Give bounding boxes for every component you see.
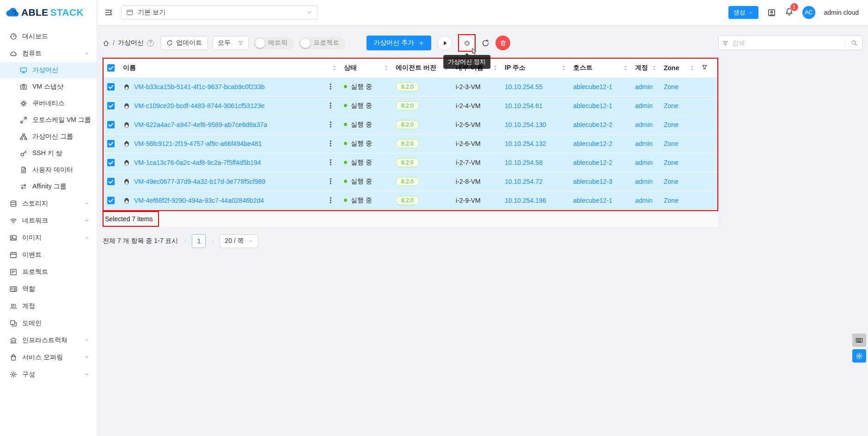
sort-icon[interactable] [562,65,566,71]
ip-address-link[interactable]: 10.10.254.61 [505,102,543,109]
brand-logo[interactable]: ABLESTACK [0,0,97,25]
add-vm-button[interactable]: 가상머신 추가 [367,36,431,50]
ip-address-link[interactable]: 10.10.254.196 [505,197,546,204]
column-header[interactable]: 호스트 [569,59,631,77]
column-header[interactable]: Zone [660,59,698,77]
row-checkbox[interactable] [107,83,115,91]
sidebar-item-compute[interactable]: 컴퓨트 [0,45,97,62]
table-row[interactable]: VM-1ca13c76-0a2c-4af8-9c2a-7f5ff4d5b194⋮… [104,153,717,172]
host-link[interactable]: ablecube12-2 [573,121,612,128]
zone-link[interactable]: Zone [664,159,679,166]
account-link[interactable]: admin [635,159,653,166]
create-button[interactable]: 생성 [728,6,758,19]
column-filter-button[interactable] [698,59,717,77]
zone-link[interactable]: Zone [664,121,679,128]
ip-address-link[interactable]: 10.10.254.132 [505,140,546,147]
sidebar-item-user-data[interactable]: 사용자 데이터 [0,162,97,178]
row-actions-menu[interactable]: ⋮ [324,158,336,167]
breadcrumb-section[interactable]: 가상머신 [118,39,144,47]
row-checkbox[interactable] [107,102,115,109]
zone-link[interactable]: Zone [664,140,679,147]
column-header[interactable]: 계정 [631,59,660,77]
prev-page-button[interactable] [182,238,188,244]
row-checkbox[interactable] [107,121,115,128]
row-actions-menu[interactable]: ⋮ [324,120,336,129]
sort-icon[interactable] [623,65,628,71]
sidebar-item-affinity-group[interactable]: Affinity 그룹 [0,178,97,195]
start-vm-button[interactable] [437,36,452,50]
sidebar-item-image[interactable]: 이미지 [0,229,97,246]
host-link[interactable]: ablecube12-3 [573,178,612,185]
sort-icon[interactable] [493,65,497,71]
zone-link[interactable]: Zone [664,197,679,204]
sidebar-item-network[interactable]: 네트워크 [0,212,97,229]
sidebar-item-vm[interactable]: 가상머신 [0,62,97,79]
host-link[interactable]: ablecube12-1 [573,83,612,91]
zone-link[interactable]: Zone [664,102,679,109]
delete-vm-button[interactable] [495,36,510,50]
table-row[interactable]: VM-56fc9121-2f19-4757-af9c-a66f494be481⋮… [104,134,717,153]
account-link[interactable]: admin [635,102,653,109]
sidebar-item-kubernetes[interactable]: 쿠버네티스 [0,95,97,112]
vm-name-link[interactable]: VM-622a4ac7-a947-4ef6-9589-ab7ce6d8a37a [134,121,267,128]
sort-icon[interactable] [332,65,336,71]
project-switch[interactable] [300,38,310,48]
sidebar-item-domain[interactable]: 도메인 [0,315,97,332]
row-checkbox[interactable] [107,159,115,166]
zone-link[interactable]: Zone [664,178,679,185]
avatar[interactable]: AC [802,6,815,19]
search-filter-icon[interactable] [719,40,732,46]
row-checkbox[interactable] [107,140,115,147]
sidebar-item-ssh-keypair[interactable]: SSH 키 쌍 [0,145,97,162]
row-checkbox[interactable] [107,197,115,204]
sidebar-item-storage[interactable]: 스토리지 [0,195,97,212]
sidebar-item-event[interactable]: 이벤트 [0,246,97,263]
host-link[interactable]: ablecube12-1 [573,197,612,204]
vm-name-link[interactable]: VM-56fc9121-2f19-4757-af9c-a66f494be481 [134,140,262,147]
sidebar-item-vm-group[interactable]: 가상머신 그룹 [0,128,97,145]
sidebar-item-config[interactable]: 구성 [0,366,97,383]
row-actions-menu[interactable]: ⋮ [324,177,336,186]
table-row[interactable]: VM-c109ce20-bcdf-4483-8744-3061cf53123e⋮… [104,96,717,115]
column-header[interactable]: IP 주소 [501,59,569,77]
metric-toggle[interactable]: 메트릭 [253,37,294,49]
reboot-vm-button[interactable] [482,39,489,47]
sort-icon[interactable] [690,65,694,71]
sidebar-item-project[interactable]: 프로젝트 [0,263,97,280]
help-icon[interactable]: ? [147,40,154,47]
ip-address-link[interactable]: 10.10.254.72 [505,178,543,185]
column-header[interactable]: 상태 [340,59,392,77]
page-size-select[interactable]: 20 / 쪽 [220,234,258,248]
row-checkbox[interactable] [107,178,115,185]
search-icon[interactable] [845,36,862,50]
row-actions-menu[interactable]: ⋮ [324,101,336,110]
search-input[interactable] [732,39,845,47]
filter-select[interactable]: 모두 [213,36,249,50]
sidebar-item-autoscale-vm-group[interactable]: 오토스케일 VM 그룹 [0,112,97,128]
ip-address-link[interactable]: 10.10.254.55 [505,83,543,91]
vm-name-link[interactable]: VM-4ef68f2f-9290-494a-93c7-44a02846b2d4 [134,197,264,204]
select-all-checkbox[interactable] [107,64,115,72]
home-icon[interactable] [103,40,110,47]
ip-address-link[interactable]: 10.10.254.58 [505,159,543,166]
vm-name-link[interactable]: VM-1ca13c76-0a2c-4af8-9c2a-7f5ff4d5b194 [134,159,261,166]
row-actions-menu[interactable]: ⋮ [324,139,336,148]
next-page-button[interactable] [210,238,215,244]
user-profile-icon[interactable] [767,8,776,17]
keyboard-shortcuts-button[interactable] [852,333,866,347]
zone-link[interactable]: Zone [664,83,679,91]
page-number-active[interactable]: 1 [192,234,206,248]
notifications-button[interactable]: 1 [785,7,794,18]
table-row[interactable]: VM-b33ca15b-5141-4f1c-9637-bcab9c0f233b⋮… [104,77,717,96]
sidebar-item-role[interactable]: 역할 [0,280,97,297]
account-link[interactable]: admin [635,83,653,91]
host-link[interactable]: ablecube12-1 [573,102,612,109]
account-link[interactable]: admin [635,121,653,128]
metric-switch[interactable] [255,38,265,48]
table-row[interactable]: VM-622a4ac7-a947-4ef6-9589-ab7ce6d8a37a⋮… [104,115,717,134]
sort-icon[interactable] [384,65,388,71]
table-row[interactable]: VM-4ef68f2f-9290-494a-93c7-44a02846b2d4⋮… [104,191,717,210]
host-link[interactable]: ablecube12-2 [573,159,612,166]
update-button[interactable]: 업데이트 [160,36,208,50]
sidebar-item-dashboard[interactable]: 대시보드 [0,28,97,45]
